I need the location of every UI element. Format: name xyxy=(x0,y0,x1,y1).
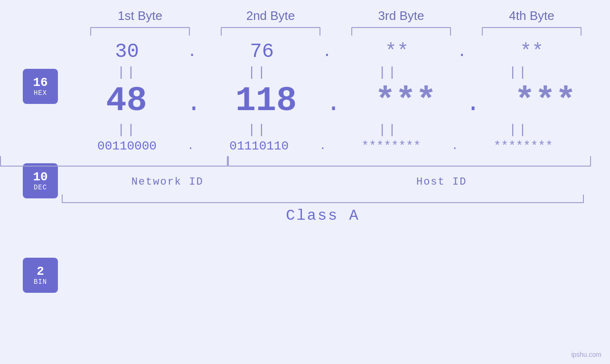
eq-2-b4: || xyxy=(453,121,584,139)
watermark: ipshu.com xyxy=(571,351,601,358)
byte2-label: 2nd Byte xyxy=(246,9,295,23)
dec-b2-value: 118 xyxy=(235,82,297,121)
bin-badge: 2 BIN xyxy=(23,258,58,293)
byte3-label: 3rd Byte xyxy=(378,9,424,23)
bracket-top-3 xyxy=(351,27,451,36)
bin-b1-value: 00110000 xyxy=(97,139,157,153)
bracket-top-4 xyxy=(482,27,582,36)
bin-b1-cell: 00110000 xyxy=(62,139,192,153)
eq-1-b1: || xyxy=(62,63,192,82)
hex-b4-cell: ** xyxy=(467,40,597,63)
hex-badge-num: 16 xyxy=(33,76,47,90)
dec-b1-cell: 48 xyxy=(62,82,191,121)
eq-row-1: || || || || xyxy=(62,63,610,82)
dec-b1-value: 48 xyxy=(106,82,147,121)
host-bracket xyxy=(228,156,591,167)
byte-headers: 1st Byte 2nd Byte 3rd Byte 4th Byte xyxy=(0,0,610,36)
hex-badge-label: HEX xyxy=(34,89,47,97)
id-labels: Network ID Host ID xyxy=(0,176,610,188)
dec-b3-value: *** xyxy=(375,82,437,121)
hex-row: 30 . 76 . ** . ** xyxy=(62,40,610,63)
bin-b2-value: 01110110 xyxy=(229,139,289,153)
bracket-top-1 xyxy=(90,27,190,36)
class-label-row: Class A xyxy=(0,207,610,224)
dec-b2-cell: 118 xyxy=(201,82,331,121)
content-area: 30 . 76 . ** . ** || || || || 48 xyxy=(0,40,610,153)
eq-1-b3: || xyxy=(323,63,453,82)
dec-b4-value: *** xyxy=(515,82,576,121)
bin-badge-label: BIN xyxy=(34,278,47,286)
hex-b1-cell: 30 xyxy=(62,40,192,63)
bin-badge-num: 2 xyxy=(37,265,44,279)
hex-b2-cell: 76 xyxy=(197,40,327,63)
eq-1-b2: || xyxy=(192,63,323,82)
hex-b3-value: ** xyxy=(385,40,409,63)
class-label: Class A xyxy=(62,207,584,224)
eq-2-b2: || xyxy=(192,121,323,139)
network-id-label: Network ID xyxy=(62,176,273,188)
eq-row-2: || || || || xyxy=(62,121,610,139)
base-badges: 16 HEX 10 DEC 2 BIN xyxy=(23,69,58,293)
class-bracket-row xyxy=(0,195,610,203)
dec-badge-label: DEC xyxy=(34,184,47,191)
byte1-label: 1st Byte xyxy=(118,9,162,23)
bin-b4-value: ******** xyxy=(494,139,553,153)
byte-col-3: 3rd Byte xyxy=(336,9,467,36)
eq-1-b4: || xyxy=(453,63,584,82)
bin-b2-cell: 01110110 xyxy=(194,139,324,153)
bin-row: 00110000 . 01110110 . ******** . *******… xyxy=(62,139,610,153)
dec-row: 48 . 118 . *** . *** xyxy=(62,82,610,121)
dec-badge-num: 10 xyxy=(33,170,47,184)
bin-b3-cell: ******** xyxy=(326,139,456,153)
eq-2-b1: || xyxy=(62,121,192,139)
byte-col-4: 4th Byte xyxy=(467,9,597,36)
byte-col-1: 1st Byte xyxy=(75,9,206,36)
eq-2-b3: || xyxy=(323,121,453,139)
hex-b3-cell: ** xyxy=(331,40,462,63)
bin-b4-cell: ******** xyxy=(458,139,589,153)
bin-b3-value: ******** xyxy=(361,139,421,153)
byte-col-2: 2nd Byte xyxy=(206,9,336,36)
hex-badge: 16 HEX xyxy=(23,69,58,104)
hex-b1-value: 30 xyxy=(115,40,139,63)
bottom-brackets xyxy=(0,156,610,170)
dec-b4-cell: *** xyxy=(480,82,610,121)
byte4-label: 4th Byte xyxy=(509,9,554,23)
host-id-label: Host ID xyxy=(273,176,610,188)
hex-b4-value: ** xyxy=(520,40,544,63)
bracket-top-2 xyxy=(221,27,320,36)
dec-b3-cell: *** xyxy=(341,82,470,121)
class-bracket xyxy=(62,195,584,203)
network-bracket xyxy=(0,156,228,167)
hex-b2-value: 76 xyxy=(250,40,273,63)
main-container: 1st Byte 2nd Byte 3rd Byte 4th Byte 16 H… xyxy=(0,0,610,364)
